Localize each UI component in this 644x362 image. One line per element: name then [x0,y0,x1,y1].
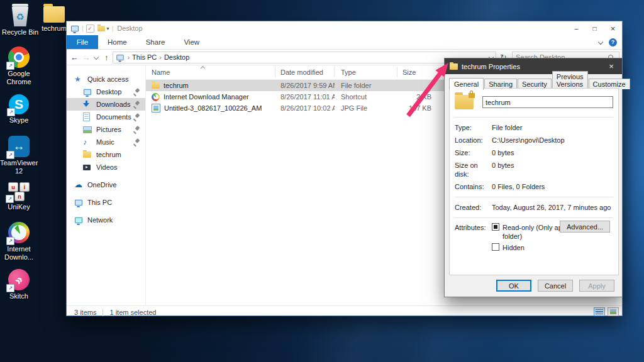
column-header-type[interactable]: Type [335,67,397,77]
column-header-name[interactable]: Name [146,67,275,77]
idm-icon: ↗ [8,222,30,243]
idm-shortcut-icon [152,93,160,101]
hidden-checkbox[interactable] [492,243,499,251]
music-icon: ♪ [83,138,94,146]
ok-button[interactable]: OK [496,280,531,292]
status-bar: 3 items 1 item selected [67,305,622,319]
items-count: 3 items [74,309,96,316]
sidebar-item-videos[interactable]: Videos [67,161,145,173]
teamviewer-icon: ↗ [8,136,30,157]
shortcut-arrow-icon: ↗ [7,108,15,116]
general-tab-page: Type:File folder Location:C:\Users\ngovi… [449,88,619,275]
column-header-size[interactable]: Size [397,67,439,77]
desktop-icon-skype[interactable]: ↗ Skype [0,94,38,124]
pin-icon[interactable] [133,114,140,120]
folder-lock-icon [455,95,474,109]
pin-icon[interactable] [133,89,140,95]
dialog-title-bar: techrum Properties × [445,58,622,74]
ribbon-tabs: File Home Share View ? [67,35,622,50]
download-icon [83,101,94,108]
sidebar-item-pictures[interactable]: Pictures [67,123,145,136]
network-icon [74,217,85,224]
folder-icon [43,6,65,23]
document-icon [83,112,94,121]
sidebar-item-music[interactable]: ♪ Music [67,136,145,148]
forward-button[interactable]: → [81,53,92,62]
tab-share[interactable]: Share [136,35,175,49]
desktop-icon-recycle-bin[interactable]: ♻ Recycle Bin [1,4,39,36]
tab-view[interactable]: View [174,35,209,49]
recycle-bin-icon: ♻ [9,4,31,26]
minimize-button[interactable]: – [567,21,586,35]
desktop-icon-label: Internet Downlo... [0,245,38,261]
navigation-pane: ★ Quick access Desktop Downloads Documen… [67,65,146,305]
desktop-icon [83,89,94,96]
sidebar-item-network[interactable]: Network [67,214,145,226]
folder-icon [152,82,160,89]
up-button[interactable]: ↑ [101,53,112,62]
sidebar-item-this-pc[interactable]: This PC [67,196,145,209]
close-button[interactable]: × [604,21,622,35]
sidebar-item-downloads[interactable]: Downloads [67,98,145,111]
help-icon[interactable]: ? [609,38,617,47]
breadcrumb-desktop[interactable]: Desktop [164,53,189,61]
desktop-icon-google-chrome[interactable]: ↗ Google Chrome [0,47,38,86]
sidebar-item-quick-access[interactable]: ★ Quick access [67,73,145,85]
sidebar-item-techrum[interactable]: techrum [67,148,145,161]
breadcrumb-this-pc[interactable]: This PC [132,53,157,61]
thumbnail-view-button[interactable] [608,307,619,316]
desktop-icon-label: Skype [0,116,38,124]
desktop-icon-internet-download-manager[interactable]: ↗ Internet Downlo... [0,222,38,261]
advanced-button[interactable]: Advanced... [560,221,610,233]
pin-icon[interactable] [133,139,140,145]
shortcut-arrow-icon: ↗ [6,151,14,159]
desktop-icon-teamviewer[interactable]: ↗ TeamViewer 12 [0,136,38,175]
pictures-icon [83,126,94,133]
expand-ribbon-icon[interactable] [598,40,603,45]
star-icon: ★ [74,75,85,84]
pin-icon[interactable] [133,126,140,133]
tab-file[interactable]: File [67,35,98,49]
properties-dialog: techrum Properties × General Sharing Sec… [444,58,623,297]
quick-access-properties-icon[interactable]: ✓ [86,25,94,33]
onedrive-icon: ☁ [74,182,85,188]
sidebar-item-documents[interactable]: Documents [67,111,145,123]
this-pc-icon [74,199,85,206]
desktop-icon-label: Recycle Bin [1,28,39,36]
videos-icon [83,165,94,170]
quick-access-dropdown-icon[interactable]: ▾ [107,26,109,31]
maximize-button[interactable]: □ [586,21,604,35]
contains-value: 0 Files, 0 Folders [492,182,613,191]
folder-icon [450,63,458,70]
tab-home[interactable]: Home [98,35,136,49]
dialog-tabs: General Sharing Security Previous Versio… [445,74,622,89]
read-only-checkbox[interactable] [492,223,499,231]
column-header-date-modified[interactable]: Date modified [275,67,335,77]
created-value: Today, August 26, 2017, 7 minutes ago [492,203,613,212]
window-icon [71,25,79,31]
tab-general[interactable]: General [449,78,484,90]
shortcut-arrow-icon: ↗ [6,284,14,292]
address-bar[interactable]: › This PC › Desktop [113,52,496,63]
recent-locations-icon[interactable] [92,54,100,60]
desktop-icon-skitch[interactable]: ↗ Skitch [0,269,38,300]
folder-name-input[interactable] [482,96,613,108]
tab-previous-versions[interactable]: Previous Versions [552,71,588,89]
skype-icon: ↗ [9,94,29,114]
dialog-close-icon[interactable]: × [601,58,622,74]
desktop-icon-label: Google Chrome [0,70,38,86]
title-bar: | ✓ ▾ | Desktop – □ × [67,21,622,35]
chrome-icon: ↗ [8,47,30,68]
pin-icon[interactable] [133,101,140,107]
sidebar-item-desktop[interactable]: Desktop [67,85,145,98]
details-view-button[interactable] [594,307,605,316]
desktop-icon-unikey[interactable]: uin ↗ UniKey [0,182,38,211]
dialog-title: techrum Properties [462,63,520,70]
back-button[interactable]: ← [69,53,80,62]
cancel-button[interactable]: Cancel [538,280,573,292]
shortcut-arrow-icon: ↗ [6,62,14,70]
size-on-disk-value: 0 bytes [492,161,613,178]
sidebar-item-onedrive[interactable]: ☁ OneDrive [67,178,145,191]
quick-access-new-folder-icon[interactable] [97,26,105,31]
shortcut-arrow-icon: ↗ [6,195,14,203]
